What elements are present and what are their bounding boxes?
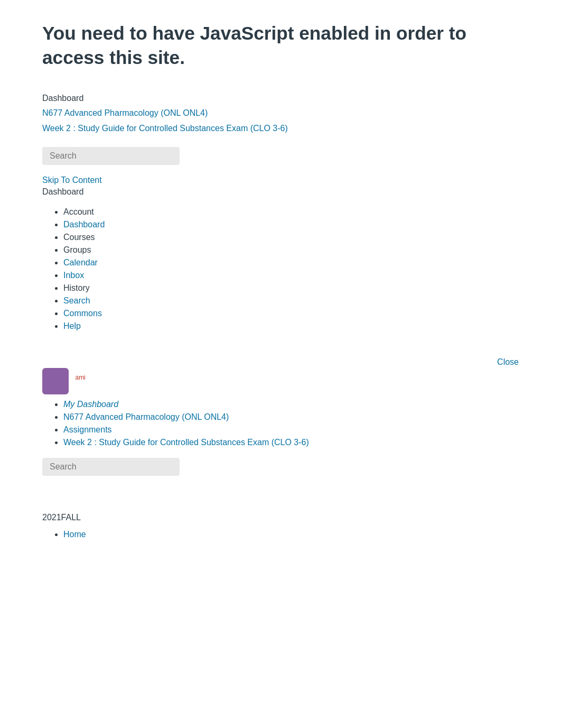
user-nav-item-course[interactable]: N677 Advanced Pharmacology (ONL ONL4) [63, 412, 497, 422]
nav-link-commons[interactable]: Commons [63, 309, 102, 318]
nav-item-courses: Courses [63, 233, 519, 242]
breadcrumb-dashboard: Dashboard [42, 91, 519, 106]
nav-item-help[interactable]: Help [63, 321, 519, 331]
user-section: ami My Dashboard N677 Advanced Pharmacol… [42, 368, 497, 458]
breadcrumb-item[interactable]: Week 2 : Study Guide for Controlled Subs… [42, 121, 519, 136]
nav-item-history: History [63, 283, 519, 293]
courses-label: Courses [63, 233, 95, 242]
nav-item-search[interactable]: Search [63, 296, 519, 306]
js-warning-heading: You need to have JavaScript enabled in o… [42, 21, 519, 70]
account-label: Account [63, 207, 94, 216]
user-nav-link-my-dashboard[interactable]: My Dashboard [63, 400, 118, 409]
close-button[interactable]: Close [497, 357, 519, 367]
nav-item-groups: Groups [63, 245, 519, 255]
groups-label: Groups [63, 245, 91, 254]
divider-1 [42, 342, 519, 357]
dashboard-nav-link[interactable]: Dashboard [42, 187, 519, 197]
section-label: 2021FALL [42, 513, 519, 522]
user-nav-link-week2[interactable]: Week 2 : Study Guide for Controlled Subs… [63, 438, 309, 447]
top-search-input[interactable] [42, 147, 180, 165]
user-nav-link-assignments[interactable]: Assignments [63, 425, 112, 434]
skip-to-content-link[interactable]: Skip To Content [42, 176, 519, 185]
user-nav-item-week2[interactable]: Week 2 : Study Guide for Controlled Subs… [63, 438, 497, 447]
nav-link-help[interactable]: Help [63, 321, 81, 330]
user-avatar [42, 368, 69, 394]
bottom-search-input[interactable] [42, 458, 180, 476]
breadcrumb-course[interactable]: N677 Advanced Pharmacology (ONL ONL4) [42, 106, 519, 121]
js-warning-section: You need to have JavaScript enabled in o… [42, 21, 519, 70]
nav-link-inbox[interactable]: Inbox [63, 271, 84, 280]
user-nav-list: My Dashboard N677 Advanced Pharmacology … [42, 400, 497, 447]
nav-link-search[interactable]: Search [63, 296, 90, 305]
nav-link-dashboard[interactable]: Dashboard [63, 220, 105, 229]
nav-item-dashboard[interactable]: Dashboard [63, 220, 519, 229]
history-label: History [63, 283, 90, 292]
section-nav-link-home[interactable]: Home [63, 530, 86, 539]
nav-item-inbox[interactable]: Inbox [63, 271, 519, 280]
section-nav-list: Home [42, 530, 519, 539]
user-nav-link-course[interactable]: N677 Advanced Pharmacology (ONL ONL4) [63, 412, 229, 421]
breadcrumb: Dashboard N677 Advanced Pharmacology (ON… [42, 91, 519, 136]
section-nav-item-home[interactable]: Home [63, 530, 519, 539]
user-nav-item-my-dashboard[interactable]: My Dashboard [63, 400, 497, 409]
nav-link-calendar[interactable]: Calendar [63, 258, 98, 267]
main-nav-list: Account Dashboard Courses Groups Calenda… [42, 207, 519, 331]
divider-2 [42, 486, 519, 502]
nav-item-commons[interactable]: Commons [63, 309, 519, 318]
user-label: ami [75, 374, 85, 381]
user-nav-item-assignments[interactable]: Assignments [63, 425, 497, 435]
nav-item-calendar[interactable]: Calendar [63, 258, 519, 268]
user-avatar-area: ami [42, 368, 497, 400]
nav-item-account: Account [63, 207, 519, 217]
